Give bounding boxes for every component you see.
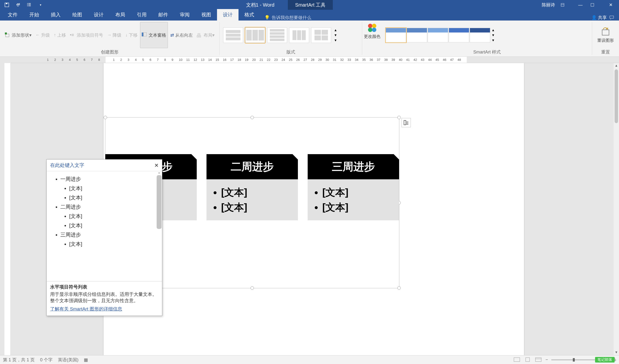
zoom-slider-thumb[interactable] xyxy=(573,358,575,362)
view-print-layout[interactable] xyxy=(524,357,531,363)
tab-home[interactable]: 开始 xyxy=(24,9,45,21)
smartart-bullet[interactable]: [文本] xyxy=(322,186,395,199)
save-button[interactable] xyxy=(3,1,10,8)
text-pane-button[interactable]: 文本窗格 xyxy=(140,22,168,48)
style-option-3[interactable] xyxy=(428,28,448,42)
add-bullet-button[interactable]: •≡添加项目符号 xyxy=(69,22,105,48)
redo-button[interactable] xyxy=(15,1,22,8)
smartart-card[interactable]: 二周进步[文本][文本] xyxy=(207,154,298,220)
tab-draw[interactable]: 绘图 xyxy=(67,9,88,21)
tp-scroll-up[interactable]: ▴ xyxy=(157,171,162,175)
text-pane-learn-more-link[interactable]: 了解有关 SmartArt 图形的详细信息 xyxy=(50,306,122,312)
tab-file[interactable]: 文件 xyxy=(2,9,24,21)
smartart-bullet[interactable]: [文本] xyxy=(221,186,294,199)
smartart-card-body[interactable]: [文本][文本] xyxy=(207,179,298,220)
view-web-layout[interactable] xyxy=(535,357,542,363)
resize-handle-b[interactable] xyxy=(251,286,254,290)
style-option-4[interactable] xyxy=(449,28,469,42)
layout-button[interactable]: 品布局 ▾ xyxy=(195,22,216,48)
layout-option-4[interactable] xyxy=(289,27,309,43)
horizontal-ruler[interactable]: L 87654321123456789101112131415161718192… xyxy=(11,57,619,63)
status-word-count[interactable]: 0 个字 xyxy=(40,357,53,363)
tab-view[interactable]: 视图 xyxy=(196,9,217,21)
scroll-down-button[interactable]: ▾ xyxy=(614,350,619,355)
tell-me-search[interactable]: 💡 告诉我你想要做什么 xyxy=(264,15,311,21)
view-read-mode[interactable] xyxy=(513,357,521,363)
move-up-button[interactable]: ↑ 上移 xyxy=(52,22,68,48)
status-macro-icon[interactable]: ▦ xyxy=(84,357,88,363)
tab-mailings[interactable]: 邮件 xyxy=(153,9,174,21)
tab-layout[interactable]: 布局 xyxy=(110,9,131,21)
text-pane-subitem[interactable]: [文本] xyxy=(69,213,161,220)
smartart-card-title[interactable]: 三周进步 xyxy=(308,154,399,179)
arrow-left-icon: ← xyxy=(35,32,40,38)
tab-smartart-format[interactable]: 格式 xyxy=(239,9,260,21)
maximize-button[interactable] xyxy=(591,3,600,7)
resize-handle-br[interactable] xyxy=(397,286,401,290)
reset-graphic-button[interactable]: 重设图形 xyxy=(595,22,616,48)
promote-button[interactable]: ← 升级 xyxy=(34,22,51,48)
text-pane-close-button[interactable]: ✕ xyxy=(155,162,159,168)
svg-rect-4 xyxy=(27,4,28,5)
tp-scroll-thumb[interactable] xyxy=(157,175,162,229)
layout-option-1[interactable] xyxy=(223,27,243,43)
tab-smartart-design[interactable]: 设计 xyxy=(217,9,239,21)
move-down-button[interactable]: ↓ 下移 xyxy=(124,22,139,48)
qat-customize-button[interactable]: ▾ xyxy=(37,1,44,8)
style-gallery-more[interactable]: ▴▾▾ xyxy=(491,27,496,43)
minimize-button[interactable]: — xyxy=(576,2,585,8)
change-colors-button[interactable]: 更改颜色 xyxy=(362,23,382,39)
status-language[interactable]: 英语(美国) xyxy=(58,357,78,363)
text-pane-subitem[interactable]: [文本] xyxy=(69,185,161,192)
text-pane-item[interactable]: 三周进步[文本] xyxy=(60,231,161,248)
smartart-card-title[interactable]: 二周进步 xyxy=(207,154,298,179)
tab-design[interactable]: 设计 xyxy=(88,9,110,21)
smartart-card-body[interactable]: [文本][文本] xyxy=(308,179,399,220)
layout-option-2-selected[interactable] xyxy=(245,27,265,43)
layout-options-button[interactable] xyxy=(402,118,411,127)
tab-references[interactable]: 引用 xyxy=(131,9,153,21)
user-name[interactable]: 陈丽诗 xyxy=(542,2,555,8)
text-pane-subitem[interactable]: [文本] xyxy=(69,194,161,201)
vertical-scrollbar[interactable]: ▴ ▾ xyxy=(614,63,619,355)
resize-handle-t[interactable] xyxy=(251,116,254,119)
text-pane-subitem[interactable]: [文本] xyxy=(69,241,161,248)
scrollbar-thumb[interactable] xyxy=(615,69,618,123)
style-option-1-selected[interactable] xyxy=(386,28,406,42)
share-button[interactable]: 👤 共享 xyxy=(591,15,607,21)
text-pane-scrollbar[interactable]: ▴ xyxy=(157,171,162,274)
style-option-5[interactable] xyxy=(470,28,490,42)
rtl-button[interactable]: ⇄ 从右向左 xyxy=(169,22,194,48)
demote-button[interactable]: → 降级 xyxy=(106,22,123,48)
layout-option-5[interactable] xyxy=(311,27,331,43)
text-pane-item[interactable]: 二周进步[文本][文本] xyxy=(60,204,161,229)
zoom-out-button[interactable]: − xyxy=(546,357,548,362)
vertical-ruler[interactable] xyxy=(4,63,11,355)
status-page[interactable]: 第 1 页，共 1 页 xyxy=(3,357,35,363)
smartart-card[interactable]: 三周进步[文本][文本] xyxy=(308,154,399,220)
group-styles: ▴▾▾ SmartArt 样式 xyxy=(382,21,592,56)
text-pane-body[interactable]: 一周进步[文本][文本]二周进步[文本][文本]三周进步[文本] xyxy=(47,171,162,281)
promote-label: 升级 xyxy=(41,32,50,38)
smartart-bullet[interactable]: [文本] xyxy=(221,201,294,214)
add-shape-button[interactable]: 添加形状 ▾ xyxy=(3,22,33,48)
layout-option-3[interactable] xyxy=(267,27,287,43)
page[interactable]: 一周进步[文本][文本]二周进步[文本][文本]三周进步[文本][文本] xyxy=(104,63,524,355)
scroll-up-button[interactable]: ▴ xyxy=(614,63,619,68)
ribbon-options-button[interactable] xyxy=(560,3,570,7)
smartart-bullet[interactable]: [文本] xyxy=(322,201,395,214)
svg-rect-12 xyxy=(142,32,143,36)
comments-button[interactable] xyxy=(609,15,614,20)
list-dropdown-button[interactable] xyxy=(26,1,33,8)
style-option-2[interactable] xyxy=(407,28,427,42)
close-button[interactable]: ✕ xyxy=(606,2,616,8)
text-pane-item[interactable]: 一周进步[文本][文本] xyxy=(60,176,161,201)
zoom-slider[interactable] xyxy=(551,359,595,360)
resize-handle-tl[interactable] xyxy=(104,116,107,119)
text-pane-subitem[interactable]: [文本] xyxy=(69,222,161,229)
resize-handle-tr[interactable] xyxy=(397,116,401,119)
text-pane-panel[interactable]: 在此处键入文字 ✕ 一周进步[文本][文本]二周进步[文本][文本]三周进步[文… xyxy=(46,159,162,316)
layout-gallery-more[interactable]: ▴▾▾ xyxy=(333,27,338,43)
tab-review[interactable]: 审阅 xyxy=(174,9,196,21)
tab-insert[interactable]: 插入 xyxy=(45,9,67,21)
